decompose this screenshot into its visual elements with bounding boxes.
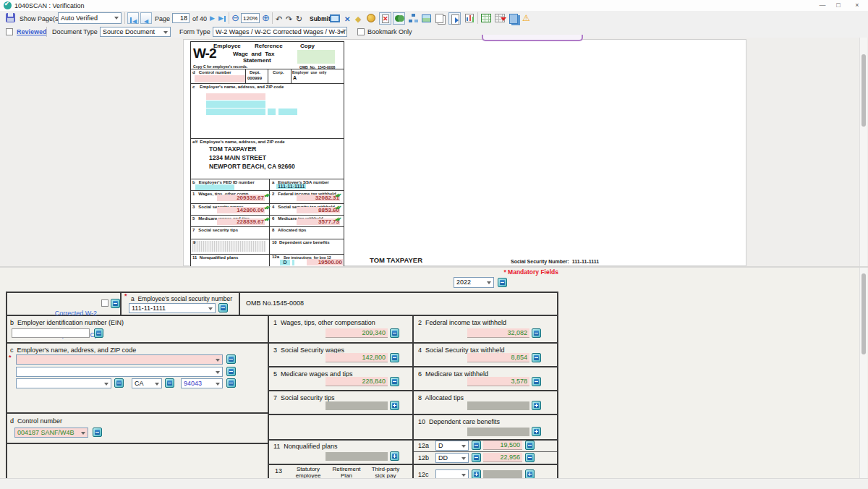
box1-ticket-icon[interactable] [390,328,399,338]
ssn-ticket-icon[interactable] [218,303,228,312]
ssn-select[interactable]: 111-11-1111 [129,303,216,313]
employer-state-select[interactable]: CA [132,378,162,388]
diamond-icon[interactable]: ◆ [355,14,361,25]
viewer-scrollbar[interactable] [859,38,867,266]
scan-grid-line [191,190,344,191]
reviewed-link[interactable]: Reviewed [17,28,47,35]
export-document-button[interactable] [448,12,461,25]
employer-name-ticket-icon[interactable] [226,354,236,364]
box7-ticket-icon[interactable] [390,401,399,410]
box3-input[interactable]: 142,800 [326,353,388,362]
tax-year-ticket-icon[interactable] [498,278,507,287]
box6-ticket-icon[interactable] [532,377,541,386]
delete-x-icon[interactable]: ✕ [344,14,350,25]
prev-page-button[interactable]: ◀ [140,12,152,24]
bookmark-only-checkbox[interactable] [357,28,365,35]
warning-icon[interactable]: ⚠ [522,13,530,24]
rotate-clockwise-icon[interactable]: ↻ [296,13,302,25]
scan-header-employee: Employee [213,43,241,49]
employer-street-ticket-icon[interactable] [226,367,236,376]
save-icon[interactable] [6,13,15,22]
delete-page-button[interactable]: ✕ [379,12,391,25]
tax-year-select[interactable]: 2022 [454,277,494,288]
box8-ticket-icon[interactable] [532,401,541,410]
box12b-code-ticket-icon[interactable] [472,453,481,462]
search-document-button[interactable] [393,12,405,25]
pages-icon[interactable] [509,14,518,24]
zoom-out-icon[interactable]: ⊖ [231,12,239,24]
monitor-icon[interactable] [330,14,340,22]
prev-page-icon: ◀ [144,18,148,25]
ein-ticket-icon[interactable] [94,328,103,338]
viewer-scrollbar-thumb[interactable] [861,54,866,127]
box5-ticket-icon[interactable] [390,377,399,386]
scan-box9-shaded [192,241,266,252]
coin-icon[interactable] [367,14,375,22]
next-page-button[interactable]: ▶ [210,12,215,24]
document-type-select[interactable]: Source Document [100,27,171,37]
corrected-w2-ticket-icon[interactable] [111,299,120,308]
close-button[interactable]: × [851,1,864,10]
zoom-level-input[interactable] [241,13,260,23]
scan-highlight-cyan [278,109,297,115]
chart-icon[interactable] [465,14,474,22]
box8-input[interactable] [467,401,529,410]
box12a-code-ticket-icon[interactable] [472,441,481,450]
reviewed-checkbox[interactable] [6,28,13,35]
share-icon[interactable] [409,14,418,22]
box12a-ticket-icon[interactable] [525,441,535,450]
employer-name-select[interactable] [16,354,223,365]
rotate-left-icon[interactable]: ↶ [276,13,282,25]
control-number-ticket-icon[interactable] [93,428,102,437]
box4-ticket-icon[interactable] [532,353,541,362]
box10-ticket-icon[interactable] [532,427,541,436]
box2-input[interactable]: 32,082 [467,328,529,338]
control-number-select[interactable]: 004187 SANF/W4B [14,428,88,438]
table-green-icon[interactable] [481,14,491,22]
form-type-select[interactable]: W-2 Wages / W-2C Corrected Wages / W-3 T… [213,27,347,37]
verified-check-icon: ✔✔ [335,192,339,199]
page-annotation-tab[interactable] [482,35,583,41]
employer-city-select[interactable] [16,378,111,388]
box10-input[interactable] [467,428,529,436]
copy-document-icon[interactable] [435,14,443,23]
employer-zip-select[interactable]: 94043 [181,378,223,388]
zoom-in-icon[interactable]: ⊕ [262,12,270,24]
box3-ticket-icon[interactable] [390,353,399,362]
box1-input[interactable]: 209,340 [326,328,388,338]
box2-ticket-icon[interactable] [532,328,541,338]
box12b-ticket-icon[interactable] [525,453,535,462]
box12a-code-select[interactable]: D [435,441,469,451]
rotate-right-icon[interactable]: ↷ [286,13,292,25]
titlebar: ✔ 1040SCAN : Verification — □ × [0,0,868,12]
box12a-input[interactable]: 19,500 [483,441,522,450]
box5-input[interactable]: 228,840 [326,377,388,386]
box12b-input[interactable]: 22,956 [483,453,522,462]
employer-zip-ticket-icon[interactable] [226,378,236,388]
form-scrollbar[interactable] [859,268,867,489]
minimize-button[interactable]: — [816,1,829,10]
box7-input[interactable] [326,401,388,410]
corrected-w2-checkbox[interactable] [101,299,109,307]
employer-city-ticket-icon[interactable] [114,378,124,388]
form-cell-empty-left [6,443,269,480]
form-scrollbar-thumb[interactable] [861,273,866,354]
ein-input[interactable] [12,328,90,338]
page-input[interactable] [172,13,190,23]
employer-state-ticket-icon[interactable] [165,378,174,388]
employer-street-select[interactable] [16,367,223,377]
box6-input[interactable]: 3,578 [467,377,529,386]
box4-input[interactable]: 8,854 [467,353,529,362]
omb-label: OMB No.1545-0008 [246,299,304,307]
maximize-button[interactable]: □ [832,1,845,10]
box11-ticket-icon[interactable] [390,451,399,461]
box11-input[interactable] [326,452,388,461]
table-export-icon[interactable] [495,14,505,22]
show-pages-select[interactable]: Auto Verified [58,12,122,24]
scan-box3-value: 142800.00 [217,207,265,213]
first-page-button[interactable]: ◀ [127,12,139,24]
box12b-code-select[interactable]: DD [435,453,469,463]
submit-button[interactable]: Submit [310,15,331,22]
last-page-button[interactable]: ▶ [218,12,226,24]
image-icon[interactable] [422,14,431,22]
